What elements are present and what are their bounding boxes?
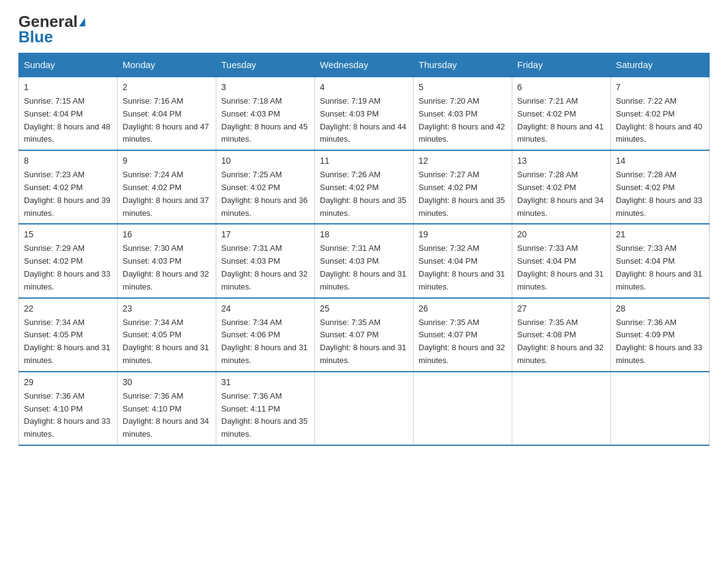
- day-info: Sunrise: 7:31 AMSunset: 4:03 PMDaylight:…: [221, 243, 308, 291]
- day-info: Sunrise: 7:34 AMSunset: 4:05 PMDaylight:…: [123, 318, 209, 365]
- calendar-day-cell: 4 Sunrise: 7:19 AMSunset: 4:03 PMDayligh…: [315, 77, 414, 150]
- day-info: Sunrise: 7:33 AMSunset: 4:04 PMDaylight:…: [517, 243, 604, 291]
- day-info: Sunrise: 7:29 AMSunset: 4:02 PMDaylight:…: [24, 243, 110, 291]
- day-number: 21: [616, 228, 704, 241]
- calendar-day-cell: 9 Sunrise: 7:24 AMSunset: 4:02 PMDayligh…: [118, 150, 216, 224]
- day-info: Sunrise: 7:36 AMSunset: 4:10 PMDaylight:…: [24, 391, 110, 439]
- calendar-day-cell: 2 Sunrise: 7:16 AMSunset: 4:04 PMDayligh…: [118, 77, 216, 150]
- calendar-day-cell: 12 Sunrise: 7:27 AMSunset: 4:02 PMDaylig…: [414, 150, 512, 224]
- calendar-day-cell: 24 Sunrise: 7:34 AMSunset: 4:06 PMDaylig…: [216, 298, 315, 372]
- day-number: 12: [419, 155, 507, 167]
- day-info: Sunrise: 7:36 AMSunset: 4:09 PMDaylight:…: [616, 318, 702, 365]
- calendar-day-cell: 16 Sunrise: 7:30 AMSunset: 4:03 PMDaylig…: [118, 224, 216, 297]
- day-number: 30: [123, 376, 211, 389]
- day-info: Sunrise: 7:28 AMSunset: 4:02 PMDaylight:…: [616, 170, 702, 217]
- day-number: 7: [616, 81, 704, 94]
- calendar-day-cell: 28 Sunrise: 7:36 AMSunset: 4:09 PMDaylig…: [611, 298, 710, 372]
- day-info: Sunrise: 7:28 AMSunset: 4:02 PMDaylight:…: [517, 170, 604, 217]
- day-number: 13: [517, 155, 605, 167]
- logo: General Blue: [18, 12, 85, 47]
- day-number: 11: [320, 155, 408, 167]
- day-number: 1: [24, 81, 112, 94]
- day-number: 3: [221, 81, 309, 94]
- day-info: Sunrise: 7:24 AMSunset: 4:02 PMDaylight:…: [123, 170, 209, 217]
- weekday-header-wednesday: Wednesday: [315, 53, 414, 77]
- calendar-day-cell: 21 Sunrise: 7:33 AMSunset: 4:04 PMDaylig…: [611, 224, 710, 297]
- day-number: 4: [320, 81, 408, 94]
- weekday-header-thursday: Thursday: [414, 53, 512, 77]
- calendar-day-cell: 30 Sunrise: 7:36 AMSunset: 4:10 PMDaylig…: [118, 372, 216, 445]
- calendar-day-cell: 29 Sunrise: 7:36 AMSunset: 4:10 PMDaylig…: [19, 372, 118, 445]
- day-number: 27: [517, 302, 605, 315]
- day-number: 24: [221, 302, 309, 315]
- calendar-day-cell: 7 Sunrise: 7:22 AMSunset: 4:02 PMDayligh…: [611, 77, 710, 150]
- calendar-day-cell: 23 Sunrise: 7:34 AMSunset: 4:05 PMDaylig…: [118, 298, 216, 372]
- calendar-day-cell: [414, 372, 512, 445]
- weekday-header-saturday: Saturday: [611, 53, 710, 77]
- day-info: Sunrise: 7:36 AMSunset: 4:10 PMDaylight:…: [123, 391, 209, 439]
- logo-blue: Blue: [18, 28, 53, 47]
- calendar-day-cell: 17 Sunrise: 7:31 AMSunset: 4:03 PMDaylig…: [216, 224, 315, 297]
- calendar-week-row: 1 Sunrise: 7:15 AMSunset: 4:04 PMDayligh…: [19, 77, 710, 150]
- day-number: 28: [616, 302, 704, 315]
- day-info: Sunrise: 7:26 AMSunset: 4:02 PMDaylight:…: [320, 170, 406, 217]
- calendar-week-row: 15 Sunrise: 7:29 AMSunset: 4:02 PMDaylig…: [19, 224, 710, 297]
- calendar-day-cell: 15 Sunrise: 7:29 AMSunset: 4:02 PMDaylig…: [19, 224, 118, 297]
- day-info: Sunrise: 7:18 AMSunset: 4:03 PMDaylight:…: [221, 96, 308, 144]
- calendar-day-cell: 25 Sunrise: 7:35 AMSunset: 4:07 PMDaylig…: [315, 298, 414, 372]
- weekday-header-friday: Friday: [512, 53, 611, 77]
- day-number: 23: [123, 302, 211, 315]
- calendar-day-cell: 11 Sunrise: 7:26 AMSunset: 4:02 PMDaylig…: [315, 150, 414, 224]
- weekday-header-monday: Monday: [118, 53, 216, 77]
- day-number: 8: [24, 155, 112, 167]
- weekday-header-tuesday: Tuesday: [216, 53, 315, 77]
- day-info: Sunrise: 7:32 AMSunset: 4:04 PMDaylight:…: [419, 243, 505, 291]
- day-info: Sunrise: 7:15 AMSunset: 4:04 PMDaylight:…: [24, 96, 110, 144]
- day-number: 10: [221, 155, 309, 167]
- calendar-day-cell: 13 Sunrise: 7:28 AMSunset: 4:02 PMDaylig…: [512, 150, 611, 224]
- day-number: 16: [123, 228, 211, 241]
- calendar-day-cell: 10 Sunrise: 7:25 AMSunset: 4:02 PMDaylig…: [216, 150, 315, 224]
- calendar-day-cell: 14 Sunrise: 7:28 AMSunset: 4:02 PMDaylig…: [611, 150, 710, 224]
- day-info: Sunrise: 7:36 AMSunset: 4:11 PMDaylight:…: [221, 391, 308, 439]
- calendar-day-cell: [315, 372, 414, 445]
- day-number: 26: [419, 302, 507, 315]
- day-number: 15: [24, 228, 112, 241]
- page-header: General Blue: [18, 12, 710, 47]
- calendar-day-cell: 22 Sunrise: 7:34 AMSunset: 4:05 PMDaylig…: [19, 298, 118, 372]
- day-number: 31: [221, 376, 309, 389]
- day-info: Sunrise: 7:34 AMSunset: 4:05 PMDaylight:…: [24, 318, 110, 365]
- calendar-day-cell: 6 Sunrise: 7:21 AMSunset: 4:02 PMDayligh…: [512, 77, 611, 150]
- logo-triangle-icon: [79, 18, 85, 26]
- day-number: 5: [419, 81, 507, 94]
- day-info: Sunrise: 7:35 AMSunset: 4:08 PMDaylight:…: [517, 318, 604, 365]
- calendar-day-cell: 20 Sunrise: 7:33 AMSunset: 4:04 PMDaylig…: [512, 224, 611, 297]
- calendar-day-cell: 1 Sunrise: 7:15 AMSunset: 4:04 PMDayligh…: [19, 77, 118, 150]
- calendar-day-cell: 27 Sunrise: 7:35 AMSunset: 4:08 PMDaylig…: [512, 298, 611, 372]
- weekday-header-row: SundayMondayTuesdayWednesdayThursdayFrid…: [19, 53, 710, 77]
- calendar-table: SundayMondayTuesdayWednesdayThursdayFrid…: [18, 53, 710, 446]
- calendar-day-cell: 8 Sunrise: 7:23 AMSunset: 4:02 PMDayligh…: [19, 150, 118, 224]
- calendar-week-row: 8 Sunrise: 7:23 AMSunset: 4:02 PMDayligh…: [19, 150, 710, 224]
- day-info: Sunrise: 7:33 AMSunset: 4:04 PMDaylight:…: [616, 243, 702, 291]
- day-info: Sunrise: 7:31 AMSunset: 4:03 PMDaylight:…: [320, 243, 406, 291]
- day-number: 9: [123, 155, 211, 167]
- day-info: Sunrise: 7:19 AMSunset: 4:03 PMDaylight:…: [320, 96, 406, 144]
- calendar-week-row: 29 Sunrise: 7:36 AMSunset: 4:10 PMDaylig…: [19, 372, 710, 445]
- day-info: Sunrise: 7:27 AMSunset: 4:02 PMDaylight:…: [419, 170, 505, 217]
- day-number: 22: [24, 302, 112, 315]
- calendar-day-cell: 26 Sunrise: 7:35 AMSunset: 4:07 PMDaylig…: [414, 298, 512, 372]
- calendar-week-row: 22 Sunrise: 7:34 AMSunset: 4:05 PMDaylig…: [19, 298, 710, 372]
- calendar-day-cell: 18 Sunrise: 7:31 AMSunset: 4:03 PMDaylig…: [315, 224, 414, 297]
- calendar-day-cell: [512, 372, 611, 445]
- day-number: 18: [320, 228, 408, 241]
- day-info: Sunrise: 7:23 AMSunset: 4:02 PMDaylight:…: [24, 170, 110, 217]
- calendar-day-cell: [611, 372, 710, 445]
- calendar-day-cell: 5 Sunrise: 7:20 AMSunset: 4:03 PMDayligh…: [414, 77, 512, 150]
- day-number: 2: [123, 81, 211, 94]
- weekday-header-sunday: Sunday: [19, 53, 118, 77]
- calendar-day-cell: 3 Sunrise: 7:18 AMSunset: 4:03 PMDayligh…: [216, 77, 315, 150]
- day-info: Sunrise: 7:22 AMSunset: 4:02 PMDaylight:…: [616, 96, 702, 144]
- day-number: 6: [517, 81, 605, 94]
- day-number: 20: [517, 228, 605, 241]
